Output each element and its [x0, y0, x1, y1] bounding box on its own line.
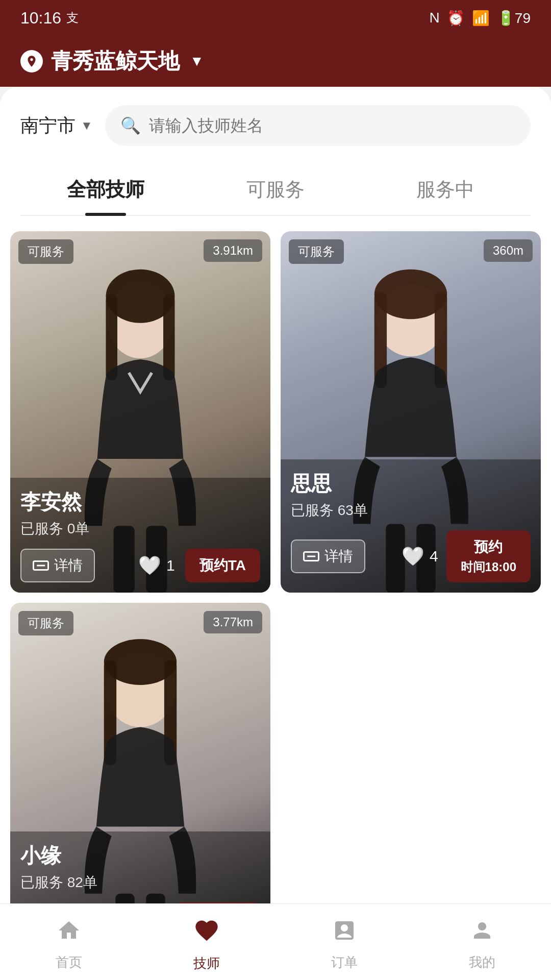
search-box[interactable]: 🔍 — [105, 105, 531, 146]
tech-orders-xy: 已服务 82单 — [20, 873, 260, 892]
tech-icon — [193, 917, 220, 949]
distance-badge: 3.91km — [204, 239, 262, 262]
status-bar: 10:16 支 N ⏰ 📶 🔋79 — [0, 0, 551, 36]
header: 青秀蓝鲸天地 ▼ — [0, 36, 551, 87]
city-dropdown-arrow: ▼ — [81, 118, 93, 133]
battery-icon: 🔋79 — [497, 10, 531, 27]
badge-row-sisi: 可服务 360m — [281, 239, 541, 264]
card-actions: 详情 🤍 1 预约TA — [20, 549, 260, 582]
location-dropdown[interactable]: ▼ — [190, 53, 204, 69]
status-time-area: 10:16 支 — [20, 9, 79, 28]
city-name: 南宁市 — [20, 113, 76, 138]
home-icon — [57, 918, 81, 948]
tech-name: 李安然 — [20, 488, 260, 516]
tabs: 全部技师 可服务 服务中 — [20, 156, 531, 216]
nav-orders[interactable]: 订单 — [276, 913, 413, 971]
available-badge: 可服务 — [18, 239, 73, 264]
alarm-icon: ⏰ — [447, 10, 465, 27]
tech-card-li-anran[interactable]: 可服务 3.91km 李安然 已服务 0单 详情 🤍 1 — [10, 231, 270, 593]
tech-orders: 已服务 0单 — [20, 519, 260, 538]
nav-orders-label: 订单 — [331, 953, 358, 971]
nav-tech-label: 技师 — [193, 954, 220, 972]
status-extra: 支 — [66, 10, 79, 26]
nav-mine-label: 我的 — [469, 953, 495, 971]
heart-icon: 🤍 — [138, 555, 161, 576]
technician-grid: 可服务 3.91km 李安然 已服务 0单 详情 🤍 1 — [0, 216, 551, 980]
tech-orders-sisi: 已服务 63单 — [291, 501, 531, 520]
card-bottom-li: 李安然 已服务 0单 详情 🤍 1 预约TA — [10, 478, 270, 593]
search-input[interactable] — [149, 116, 515, 135]
like-area[interactable]: 🤍 1 — [138, 555, 175, 576]
tech-card-sisi[interactable]: 可服务 360m 思思 已服务 63单 详情 🤍 4 — [281, 231, 541, 593]
detail-icon — [33, 560, 49, 571]
available-badge-sisi: 可服务 — [289, 239, 344, 264]
tab-all[interactable]: 全部技师 — [20, 166, 190, 215]
signal-icon: 📶 — [472, 10, 490, 27]
nav-mine[interactable]: 我的 — [413, 913, 551, 971]
nav-home[interactable]: 首页 — [0, 913, 138, 971]
filter-row: 南宁市 ▼ 🔍 — [0, 87, 551, 156]
nav-home-label: 首页 — [56, 953, 82, 971]
book-button-sisi[interactable]: 预约 时间18:00 — [446, 530, 531, 582]
distance-badge-sisi: 360m — [484, 239, 533, 262]
like-count: 1 — [166, 557, 175, 574]
card-bottom-sisi: 思思 已服务 63单 详情 🤍 4 预约 时间18:00 — [281, 459, 541, 593]
book-button[interactable]: 预约TA — [185, 549, 260, 582]
like-area-sisi[interactable]: 🤍 4 — [402, 546, 438, 567]
tab-available[interactable]: 可服务 — [190, 166, 360, 215]
like-count-sisi: 4 — [430, 548, 438, 565]
tech-name-xy: 小缘 — [20, 842, 260, 870]
badge-row-xy: 可服务 3.77km — [10, 611, 270, 635]
location-icon — [20, 50, 43, 72]
detail-button-sisi[interactable]: 详情 — [291, 540, 365, 573]
badge-row: 可服务 3.91km — [10, 239, 270, 264]
detail-icon-sisi — [303, 551, 319, 561]
distance-badge-xy: 3.77km — [204, 611, 262, 633]
bottom-nav: 首页 技师 订单 我的 — [0, 903, 551, 980]
available-badge-xy: 可服务 — [18, 611, 73, 635]
nav-tech[interactable]: 技师 — [138, 912, 276, 972]
mine-icon — [470, 918, 494, 948]
tech-name-sisi: 思思 — [291, 470, 531, 498]
orders-icon — [332, 918, 357, 948]
nfc-icon: N — [430, 10, 440, 26]
city-selector[interactable]: 南宁市 ▼ — [20, 113, 93, 138]
pin-icon — [25, 55, 38, 68]
detail-button[interactable]: 详情 — [20, 549, 95, 582]
tab-serving[interactable]: 服务中 — [361, 166, 531, 215]
main-content: 南宁市 ▼ 🔍 全部技师 可服务 服务中 — [0, 87, 551, 980]
card-actions-sisi: 详情 🤍 4 预约 时间18:00 — [291, 530, 531, 582]
heart-icon-sisi: 🤍 — [402, 546, 424, 567]
status-icons: N ⏰ 📶 🔋79 — [430, 10, 531, 27]
search-icon: 🔍 — [120, 116, 141, 135]
status-time: 10:16 — [20, 9, 61, 28]
location-name[interactable]: 青秀蓝鲸天地 — [51, 47, 180, 76]
